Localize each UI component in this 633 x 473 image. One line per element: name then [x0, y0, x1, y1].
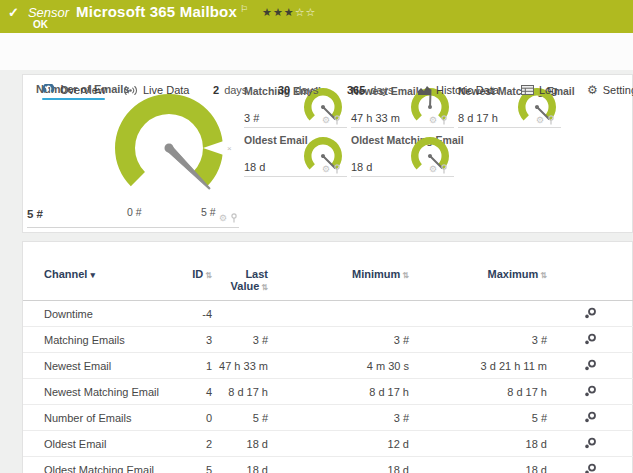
tab-365-days-number: 365	[347, 84, 365, 96]
channel-settings-gears-icon[interactable]	[584, 333, 597, 345]
live-data-icon	[123, 85, 138, 96]
pin-icon[interactable]	[440, 164, 448, 174]
maximum-cell: 18 d	[409, 457, 547, 473]
channel-table: Channel▾ ID⇅ LastValue⇅ Minimum⇅ Maximum…	[23, 258, 633, 473]
tab-30-days-label: days	[295, 84, 318, 96]
gauge-settings-gear-icon[interactable]: ⚙	[536, 116, 544, 125]
tab-historic-data[interactable]: Historic Data	[418, 81, 499, 99]
gauge-cell-oldest-email: Oldest Email 18 d ⚙	[244, 134, 347, 177]
object-kind-label: Sensor	[28, 5, 69, 20]
stars-filled[interactable]: ★★★	[262, 6, 295, 18]
gauge-value: 18 d	[244, 161, 265, 173]
tab-bar: Overview Live Data 2 days 30 days 365 da…	[0, 33, 633, 70]
pin-icon[interactable]	[440, 115, 448, 125]
gauge-actions: ⚙	[536, 115, 555, 125]
channel-id-cell: 0	[174, 405, 212, 431]
channel-settings-gears-icon[interactable]	[584, 411, 597, 423]
tab-365-days[interactable]: 365 days	[347, 81, 394, 99]
sensor-title: Microsoft 365 Mailbox	[76, 3, 237, 20]
tab-2-days[interactable]: 2 days	[213, 81, 247, 99]
channel-row-oldest-matching-email[interactable]: Oldest Matching Email 5 18 d 18 d 18 d	[23, 457, 633, 473]
column-header-minimum[interactable]: Minimum⇅	[268, 258, 409, 301]
channel-id-cell: 1	[174, 353, 212, 379]
tab-overview-label: Overview	[60, 84, 106, 96]
maximum-cell: 18 d	[409, 431, 547, 457]
minimum-cell: 4 m 30 s	[268, 353, 409, 379]
channel-settings-gears-icon[interactable]	[584, 359, 597, 371]
channel-row-matching-emails[interactable]: Matching Emails 3 3 # 3 # 3 #	[23, 327, 633, 353]
pin-icon[interactable]	[333, 115, 341, 125]
maximum-cell	[409, 301, 547, 327]
priority-flag-icon[interactable]: ⚐	[240, 4, 248, 14]
channel-name-cell: Newest Matching Email	[23, 379, 174, 405]
tab-2-days-number: 2	[213, 84, 219, 96]
minimum-cell: 8 d 17 h	[268, 379, 409, 405]
limit-marker: ×	[227, 144, 232, 153]
last-value-cell: 5 #	[212, 405, 268, 431]
column-header-tools	[547, 258, 633, 301]
channel-id-cell: 2	[174, 431, 212, 457]
channel-row-downtime[interactable]: Downtime -4	[23, 301, 633, 327]
main-gauge-scale-min: 0 #	[127, 206, 142, 218]
maximum-cell: 8 d 17 h	[409, 379, 547, 405]
channel-row-newest-matching-email[interactable]: Newest Matching Email 4 8 d 17 h 8 d 17 …	[23, 379, 633, 405]
channel-settings-gears-icon[interactable]	[584, 385, 597, 397]
gauge-settings-gear-icon[interactable]: ⚙	[429, 116, 437, 125]
tab-live-data-label: Live Data	[143, 84, 189, 96]
gauge-settings-gear-icon[interactable]: ⚙	[322, 165, 330, 174]
main-gauge-value: 5 #	[27, 208, 43, 220]
sort-desc-icon: ▾	[90, 270, 95, 280]
channel-name-cell: Matching Emails	[23, 327, 174, 353]
minimum-cell: 18 d	[268, 457, 409, 473]
last-value-cell: 3 #	[212, 327, 268, 353]
column-header-maximum[interactable]: Maximum⇅	[409, 258, 547, 301]
gauge-actions: ⚙	[429, 164, 448, 174]
channel-id-cell: 3	[174, 327, 212, 353]
channel-name-cell: Number of Emails	[23, 405, 174, 431]
sort-icon: ⇅	[402, 271, 409, 280]
column-header-channel-label: Channel	[44, 268, 87, 280]
gauge-settings-gear-icon[interactable]: ⚙	[219, 214, 227, 223]
channel-row-newest-email[interactable]: Newest Email 1 47 h 33 m 4 m 30 s 3 d 21…	[23, 353, 633, 379]
maximum-cell: 5 #	[409, 405, 547, 431]
gauge-settings-gear-icon[interactable]: ⚙	[322, 116, 330, 125]
pin-icon[interactable]	[333, 164, 341, 174]
settings-gear-icon: ⚙	[587, 84, 598, 96]
channel-settings-gears-icon[interactable]	[584, 463, 597, 473]
column-header-channel[interactable]: Channel▾	[23, 258, 174, 301]
tab-overview[interactable]: Overview	[42, 81, 106, 99]
stars-empty[interactable]: ☆☆	[295, 6, 317, 18]
pin-icon[interactable]	[547, 115, 555, 125]
tab-30-days[interactable]: 30 days	[278, 81, 319, 99]
sort-icon: ⇅	[261, 283, 268, 292]
channel-name-cell: Oldest Matching Email	[23, 457, 174, 473]
channel-row-number-of-emails[interactable]: Number of Emails 0 5 # 3 # 5 #	[23, 405, 633, 431]
pin-icon[interactable]	[230, 213, 238, 223]
column-header-last-value[interactable]: LastValue⇅	[212, 258, 268, 301]
tab-settings[interactable]: ⚙ Settings	[587, 81, 633, 99]
column-header-value-label: Value	[231, 280, 260, 292]
gauge-settings-gear-icon[interactable]: ⚙	[429, 165, 437, 174]
last-value-cell: 8 d 17 h	[212, 379, 268, 405]
gauge-title: Oldest Email	[244, 134, 308, 146]
channel-row-oldest-email[interactable]: Oldest Email 2 18 d 12 d 18 d	[23, 431, 633, 457]
channel-name-cell: Oldest Email	[23, 431, 174, 457]
historic-data-icon	[418, 85, 431, 95]
main-gauge-scale-max: 5 #	[201, 206, 216, 218]
channel-name-cell: Downtime	[23, 301, 174, 327]
tab-log[interactable]: Log	[521, 81, 557, 99]
column-header-id-label: ID	[192, 268, 203, 280]
tab-log-label: Log	[539, 84, 557, 96]
column-header-id[interactable]: ID⇅	[174, 258, 212, 301]
channel-table-header-row: Channel▾ ID⇅ LastValue⇅ Minimum⇅ Maximum…	[23, 258, 633, 301]
sort-icon: ⇅	[540, 271, 547, 280]
channel-settings-gears-icon[interactable]	[584, 307, 597, 319]
channel-settings-gears-icon[interactable]	[584, 437, 597, 449]
tab-live-data[interactable]: Live Data	[123, 81, 189, 99]
channel-id-cell: 5	[174, 457, 212, 473]
gauge-value: 8 d 17 h	[458, 112, 498, 124]
priority-stars[interactable]: ★★★☆☆	[262, 6, 316, 19]
main-gauge-divider	[27, 227, 239, 228]
minimum-cell	[268, 301, 409, 327]
minimum-cell: 12 d	[268, 431, 409, 457]
